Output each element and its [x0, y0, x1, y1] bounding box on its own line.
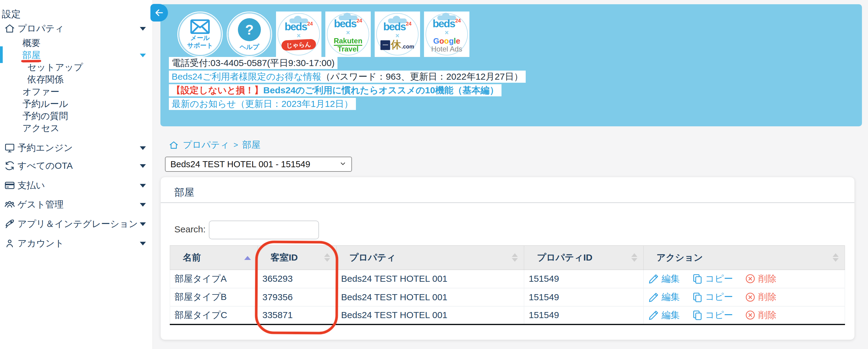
sidebar-item-access[interactable]: アクセス	[0, 121, 153, 135]
sidebar-item-guest-management[interactable]: ゲスト管理	[0, 198, 153, 211]
sidebar-item-booking-engine[interactable]: 予約エンジン	[0, 141, 153, 154]
rocket-icon	[4, 218, 16, 230]
rooms-table: 名前 客室ID プロパティ プロパティID アクション	[170, 245, 845, 325]
recommended-features-link[interactable]: Beds24のご利用に慣れたらオススメの10機能（基本編）	[263, 85, 499, 95]
sidebar-item-dependencies[interactable]: 依存関係	[0, 73, 153, 86]
rooms-panel: 部屋 Search: 名前 客室ID プロパティ プロパティID	[160, 177, 855, 340]
beds24-jalan-badge[interactable]: beds24 × じゃらん	[276, 11, 321, 57]
pencil-icon	[648, 273, 659, 284]
property-id-cell: 151549	[524, 288, 644, 306]
room-id-cell: 335871	[258, 306, 337, 324]
chevron-down-icon	[140, 164, 146, 168]
breadcrumb-rooms[interactable]: 部屋	[242, 139, 260, 151]
beds24-logo: beds24 × じゃらん	[281, 19, 316, 50]
column-header-actions[interactable]: アクション	[644, 246, 845, 270]
delete-button[interactable]: 削除	[745, 273, 776, 285]
copy-button[interactable]: コピー	[692, 291, 733, 303]
property-selector[interactable]: Beds24 TEST HOTEL 001 - 151549	[165, 156, 352, 172]
copy-icon	[692, 310, 703, 321]
monitor-icon	[4, 142, 16, 154]
chevron-down-icon	[140, 203, 146, 207]
breadcrumb-property[interactable]: プロパティ	[183, 139, 229, 151]
beds24-google-badge[interactable]: beds24 × Google Hotel Ads	[424, 11, 469, 57]
delete-button[interactable]: 削除	[745, 291, 776, 303]
chevron-down-icon	[140, 222, 146, 226]
sidebar-item-offers[interactable]: オファー	[0, 85, 153, 98]
arrow-left-icon	[154, 8, 164, 18]
phone-support-line: 電話受付:03-4405-0587(平日9:30-17:00)	[169, 57, 337, 69]
badge-row: メール サポート ? ヘルプ beds24 × じゃらん	[177, 11, 469, 57]
mail-support-badge[interactable]: メール サポート	[177, 11, 223, 57]
edit-button[interactable]: 編集	[648, 309, 680, 321]
envelope-icon	[190, 20, 210, 34]
property-selector-value: Beds24 TEST HOTEL 001 - 151549	[170, 159, 310, 169]
property-cell: Beds24 TEST HOTEL 001	[337, 270, 524, 288]
question-mark-icon: ?	[238, 18, 261, 41]
property-id-cell: 151549	[524, 306, 644, 324]
beds24-ikkyu-badge[interactable]: beds24 × 一 休 .com	[375, 11, 420, 57]
sidebar-item-property[interactable]: プロパティ	[0, 22, 153, 35]
jalan-logo: じゃらん	[281, 39, 316, 51]
chevron-down-icon	[140, 184, 146, 187]
collapse-sidebar-button[interactable]	[150, 4, 168, 22]
edit-button[interactable]: 編集	[648, 273, 680, 285]
sidebar-item-booking-questions[interactable]: 予約の質問	[0, 109, 153, 123]
recommended-features-line: 【設定しないと損！】Beds24のご利用に慣れたらオススメの10機能（基本編）	[169, 84, 501, 96]
copy-icon	[692, 273, 703, 284]
chevron-down-icon	[140, 54, 146, 57]
sidebar-item-booking-rules[interactable]: 予約ルール	[0, 97, 153, 111]
column-header-name[interactable]: 名前	[170, 246, 258, 270]
room-id-cell: 379356	[258, 288, 337, 306]
chevron-down-icon	[140, 146, 146, 150]
beds24-logo: beds24 × Google Hotel Ads	[431, 16, 462, 53]
property-cell: Beds24 TEST HOTEL 001	[337, 288, 524, 306]
sort-icon	[324, 253, 330, 262]
pencil-icon	[648, 310, 659, 321]
sort-icon	[833, 253, 839, 262]
chevron-down-icon	[140, 242, 146, 245]
edit-button[interactable]: 編集	[648, 291, 680, 303]
sort-icon	[512, 253, 518, 262]
sidebar-item-payments[interactable]: 支払い	[0, 179, 153, 192]
pencil-icon	[648, 292, 659, 303]
latest-news-line: 最新のお知らせ（更新日：2023年1月12日）	[169, 98, 356, 110]
delete-button[interactable]: 削除	[745, 309, 776, 321]
table-row: 部屋タイプB 379356 Beds24 TEST HOTEL 001 1515…	[170, 288, 845, 306]
sidebar-item-overview[interactable]: 概要	[0, 36, 153, 50]
column-header-room-id[interactable]: 客室ID	[258, 246, 337, 270]
actions-cell: 編集 コピー 削除	[644, 288, 845, 306]
guests-icon	[4, 199, 16, 210]
sidebar-item-apps-integrations[interactable]: アプリ＆インテグレーション	[0, 217, 153, 231]
room-name-cell: 部屋タイプA	[170, 270, 258, 288]
sidebar-item-all-ota[interactable]: すべてのOTA	[0, 159, 153, 172]
cross-icon: ×	[396, 32, 400, 39]
beds24-rakuten-badge[interactable]: beds24 × Rakuten Travel	[326, 11, 371, 57]
room-name-cell: 部屋タイプC	[170, 306, 258, 324]
search-label: Search:	[174, 224, 206, 234]
cross-icon: ×	[297, 32, 301, 39]
person-icon	[4, 237, 16, 249]
cross-icon: ×	[346, 29, 350, 36]
table-header-row: 名前 客室ID プロパティ プロパティID アクション	[170, 246, 845, 270]
latest-news-link[interactable]: 最新のお知らせ（更新日：2023年1月12日）	[172, 99, 353, 109]
x-circle-icon	[745, 310, 756, 321]
sidebar-title: 設定	[2, 8, 21, 21]
banner-text-lines: 電話受付:03-4405-0587(平日9:30-17:00) Beds24ご利…	[169, 57, 526, 112]
sidebar-item-account[interactable]: アカウント	[0, 237, 153, 250]
home-icon[interactable]	[169, 140, 179, 150]
hotel-ads-label: Hotel Ads	[431, 45, 462, 53]
search-input[interactable]	[209, 221, 319, 239]
panel-divider	[161, 202, 855, 203]
beds24-logo: beds24 × 一 休 .com	[380, 19, 414, 50]
copy-button[interactable]: コピー	[692, 309, 733, 321]
sidebar-item-setup[interactable]: セットアップ	[0, 61, 153, 74]
help-badge[interactable]: ? ヘルプ	[227, 11, 272, 57]
deal-info-link[interactable]: Beds24ご利用者様限定のお得な情報	[172, 71, 321, 82]
rakuten-travel-logo: Rakuten Travel	[334, 37, 363, 53]
google-logo: Google	[433, 37, 460, 45]
column-header-property[interactable]: プロパティ	[337, 246, 524, 270]
actions-cell: 編集 コピー 削除	[644, 306, 845, 324]
copy-button[interactable]: コピー	[692, 273, 733, 285]
chevron-down-icon	[140, 27, 146, 31]
column-header-property-id[interactable]: プロパティID	[524, 246, 644, 270]
